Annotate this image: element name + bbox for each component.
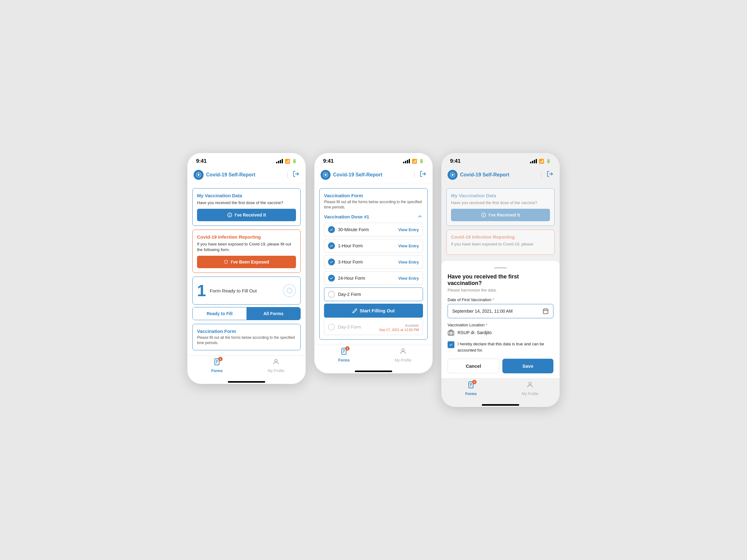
svg-point-12 — [275, 359, 277, 362]
form-row-30min-left: 30-Minute Form — [328, 226, 369, 233]
logout-icon-1[interactable] — [292, 170, 300, 179]
check-3hr — [328, 259, 335, 265]
check-icon — [449, 343, 453, 347]
header-1: Covid-19 Self-Report — [187, 167, 306, 183]
profile-icon-3 — [526, 381, 534, 391]
time-3: 9:41 — [450, 158, 461, 164]
nav-forms-2[interactable]: 1 Forms — [314, 348, 374, 363]
home-indicator-1 — [228, 381, 265, 383]
forms-label-3: Forms — [465, 392, 477, 396]
day3-availability: Available Sep 17, 2021 at 12:00 PM — [379, 322, 419, 331]
svg-point-14 — [325, 174, 327, 176]
signal-bars-3 — [530, 159, 537, 163]
home-indicator-2 — [355, 371, 392, 372]
forms-icon-3: 1 — [467, 381, 475, 391]
time-2: 9:41 — [323, 158, 334, 164]
nav-forms-1[interactable]: 1 Forms — [187, 358, 247, 373]
bottom-nav-1: 1 Forms My Profile — [187, 355, 306, 379]
battery-icon-3: 🔋 — [546, 159, 551, 163]
header-title-3: Covid-19 Self-Report — [460, 172, 536, 178]
wifi-icon-2: 📶 — [412, 159, 417, 164]
location-value: RSUP dr. Sardjito — [458, 330, 491, 335]
checkbox[interactable] — [447, 341, 455, 348]
bottom-nav-3: 1 Forms My Profile — [441, 378, 560, 402]
profile-icon-1 — [272, 358, 280, 367]
header-title-2: Covid-19 Self-Report — [333, 172, 409, 178]
status-icons-2: 📶 🔋 — [403, 159, 424, 164]
check-30min — [328, 226, 335, 233]
view-entry-30min[interactable]: View Entry — [398, 228, 419, 232]
form-preview-title: Vaccination Form — [197, 328, 296, 334]
all-forms-tab[interactable]: All Forms — [247, 308, 300, 320]
wifi-icon-1: 📶 — [285, 159, 290, 164]
wifi-icon-3: 📶 — [539, 159, 544, 164]
view-entry-1hr[interactable]: View Entry — [398, 244, 419, 248]
info-icon — [283, 284, 296, 297]
logout-icon-3[interactable] — [546, 170, 553, 179]
nav-forms-3[interactable]: 1 Forms — [441, 381, 500, 396]
form-preview-body: Please fill out all the forms below acco… — [197, 335, 296, 346]
available-label: Available — [405, 324, 419, 327]
screen1-content: My Vaccination Data Have you received th… — [187, 183, 306, 355]
ready-tab[interactable]: Ready to Fill — [193, 308, 247, 320]
signal-bars-1 — [276, 159, 283, 163]
form-row-day2-left: Day-2 Form — [328, 291, 361, 298]
header-divider-2 — [414, 172, 415, 178]
status-bar-1: 9:41 📶 🔋 — [187, 153, 306, 167]
start-filling-button[interactable]: Start Filling Out — [324, 304, 423, 318]
app-icon-3 — [447, 170, 458, 180]
nav-profile-1[interactable]: My Profile — [247, 358, 306, 373]
nav-profile-2[interactable]: My Profile — [374, 348, 433, 363]
dose-title: Vaccination Dose #1 — [324, 214, 369, 219]
received-button[interactable]: I've Received It — [197, 209, 296, 221]
nav-profile-3[interactable]: My Profile — [500, 381, 560, 396]
profile-label-1: My Profile — [268, 369, 284, 373]
s3-vac-title-bg: My Vaccination Data — [451, 193, 550, 198]
info-number: 1 — [197, 281, 206, 300]
infection-card-title: Covid-19 Infection Reporting — [197, 234, 296, 240]
s3-bg-content: My Vaccination Data Have you received th… — [441, 183, 560, 260]
date-field-label: Date of First Vaccination * — [447, 297, 553, 302]
location-row: RSUP dr. Sardjito — [447, 329, 553, 336]
vaccination-card-body: Have you received the first dose of the … — [197, 200, 296, 206]
view-entry-24hr[interactable]: View Entry — [398, 276, 419, 281]
form-row-3hr: 3-Hour Form View Entry — [324, 255, 423, 269]
screen2: 9:41 📶 🔋 Covid-19 Self-Report — [314, 153, 433, 374]
modal-sheet: Have you received the first vaccination?… — [441, 261, 560, 378]
exposed-button[interactable]: I've Been Exposed — [197, 256, 296, 268]
date-field[interactable]: September 14, 2021, 11:00 AM — [447, 304, 553, 318]
modal-subtitle: Please harmonize the data. — [447, 288, 553, 292]
required-star-date: * — [492, 297, 494, 302]
vaccination-card-title: My Vaccination Data — [197, 193, 296, 198]
form-name-30min: 30-Minute Form — [338, 227, 369, 232]
s3-vac-body-bg: Have you received the first dose of the … — [451, 200, 550, 206]
s3-infection-card-bg: Covid-19 Infection Reporting If you have… — [446, 230, 555, 255]
view-entry-3hr[interactable]: View Entry — [398, 260, 419, 264]
signal-bars-2 — [403, 159, 410, 163]
vaccination-card: My Vaccination Data Have you received th… — [192, 188, 301, 226]
battery-icon-2: 🔋 — [419, 159, 424, 163]
form-name-day3: Day-3 Form — [338, 324, 361, 329]
status-icons-3: 📶 🔋 — [530, 159, 551, 164]
tab-section: Ready to Fill All Forms — [192, 307, 301, 320]
s3-received-btn-bg: I've Received It — [451, 209, 550, 221]
forms-icon-1: 1 — [213, 358, 221, 367]
location-field-label: Vaccination Location * — [447, 323, 553, 327]
header-title-1: Covid-19 Self-Report — [206, 172, 282, 178]
s3-infection-body-bg: If you have been exposed to Covid-19, pl… — [451, 241, 550, 247]
logout-icon-2[interactable] — [419, 170, 427, 179]
save-button[interactable]: Save — [503, 359, 553, 373]
forms-label-1: Forms — [211, 369, 223, 373]
profile-icon-2 — [399, 348, 407, 357]
form-name-day2: Day-2 Form — [338, 292, 361, 297]
form-name-3hr: 3-Hour Form — [338, 260, 363, 264]
form-row-day3: Day-3 Form Available Sep 17, 2021 at 12:… — [324, 319, 423, 335]
cancel-button[interactable]: Cancel — [447, 359, 499, 373]
circle-day3 — [328, 324, 335, 330]
s2-vac-card: Vaccination Form Please fill out all the… — [319, 188, 428, 340]
checkbox-row: I hereby declare that this data is true … — [447, 341, 553, 353]
check-1hr — [328, 242, 335, 249]
form-row-1hr: 1-Hour Form View Entry — [324, 239, 423, 252]
bottom-nav-2: 1 Forms My Profile — [314, 345, 433, 369]
screen2-content: Vaccination Form Please fill out all the… — [314, 183, 433, 345]
